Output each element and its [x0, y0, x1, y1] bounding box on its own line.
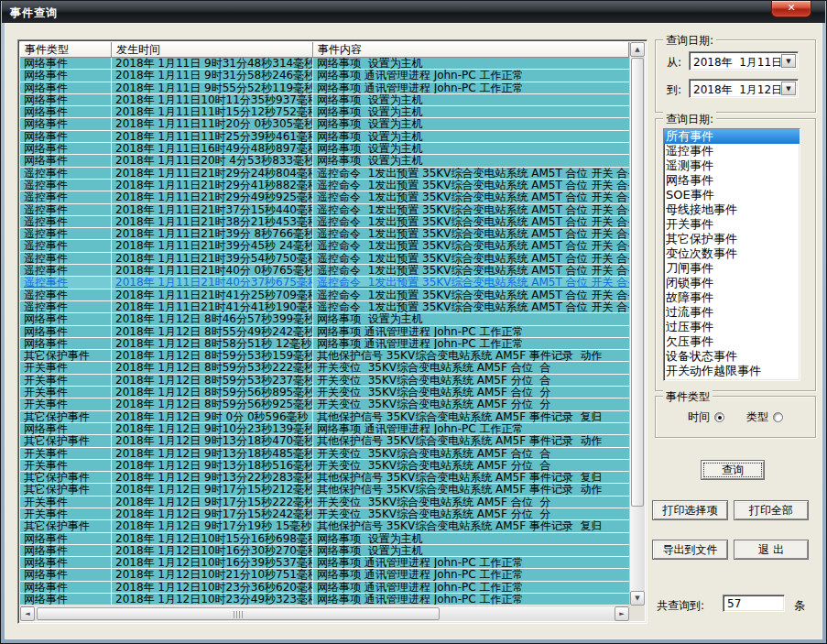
table-row[interactable]: 遥控事件2018年 1月11日21时40分37秒675毫秒遥控命令 1发出预置 … [20, 277, 629, 289]
event-type-item[interactable]: 设备状态事件 [664, 349, 800, 364]
cell-content: 其他保护信号 35KV综合变电站系统 AM5F 事件记录 动作 [313, 484, 629, 495]
query-button[interactable]: 查询 [701, 460, 765, 480]
table-row[interactable]: 遥控事件2018年 1月11日21时29分24秒804毫秒遥控命令 1发出预置 … [20, 168, 629, 180]
table-row[interactable]: 网络事件2018年 1月12日 8时55分49秒242毫秒网络事项 通讯管理进程… [20, 326, 629, 338]
table-row[interactable]: 网络事件2018年 1月12日 8时58分51秒 12毫秒网络事项 通讯管理进程… [20, 338, 629, 350]
event-type-item[interactable]: 母线接地事件 [664, 202, 800, 217]
table-row[interactable]: 开关事件2018年 1月12日 9时17分15秒242毫秒开关变位 35KV综合… [20, 508, 629, 520]
table-row[interactable]: 网络事件2018年 1月11日11时25分39秒461毫秒网络事项 设置为主机 [20, 131, 629, 143]
event-type-item[interactable]: SOE事件 [664, 188, 800, 202]
scroll-right-button[interactable]: ► [615, 606, 629, 621]
table-row[interactable]: 网络事件2018年 1月12日10时16分30秒270毫秒网络事项 设置为主机 [20, 545, 629, 557]
table-row[interactable]: 开关事件2018年 1月12日 8时59分53秒237毫秒开关变位 35KV综合… [20, 375, 629, 387]
table-row[interactable]: 网络事件2018年 1月12日10时15分16秒698毫秒网络事项 设置为主机 [20, 533, 629, 545]
table-row[interactable]: 网络事件2018年 1月12日10时16分39秒537毫秒网络事项 通讯管理进程… [20, 557, 629, 569]
horizontal-scrollbar[interactable]: ◄ ► [20, 606, 629, 621]
table-row[interactable]: 网络事件2018年 1月11日 9时31分48秒314毫秒网络事项 设置为主机 [20, 58, 629, 70]
cell-time: 2018年 1月11日21时29分41秒882毫秒 [112, 180, 313, 191]
horizontal-scroll-thumb[interactable] [37, 607, 440, 620]
column-header-time[interactable]: 发生时间 [112, 42, 313, 58]
table-row[interactable]: 网络事件2018年 1月11日11时20分 0秒305毫秒网络事项 设置为主机 [20, 118, 629, 130]
table-row[interactable]: 网络事件2018年 1月12日10时23分36秒620毫秒网络事项 通讯管理进程… [20, 582, 629, 594]
table-row[interactable]: 遥控事件2018年 1月11日21时39分54秒750毫秒遥控命令 1发出预置 … [20, 253, 629, 265]
table-row[interactable]: 遥控事件2018年 1月11日21时29分41秒882毫秒遥控命令 1发出预置 … [20, 180, 629, 191]
table-row[interactable]: 网络事件2018年 1月11日20时 4分53秒833毫秒网络事项 设置为主机 [20, 155, 629, 167]
title-bar[interactable]: 事件查询 ✕ [2, 1, 825, 23]
table-row[interactable]: 开关事件2018年 1月12日 9时13分18秒516毫秒开关变位 35KV综合… [20, 460, 629, 472]
table-row[interactable]: 网络事件2018年 1月12日 9时10分23秒139毫秒网络事项 通讯管理进程… [20, 423, 629, 435]
table-row[interactable]: 其它保护事件2018年 1月12日 9时17分19秒 15毫秒其他保护信号 35… [20, 520, 629, 532]
cell-time: 2018年 1月12日 9时 0分 0秒596毫秒 [112, 411, 313, 422]
table-row[interactable]: 网络事件2018年 1月12日10时21分10秒751毫秒网络事项 通讯管理进程… [20, 569, 629, 581]
exit-button[interactable]: 退 出 [734, 540, 809, 560]
column-header-type[interactable]: 事件类型 [20, 42, 112, 58]
event-type-item[interactable]: 过压事件 [664, 320, 800, 334]
event-filter-group-label: 查询日期: [663, 112, 716, 127]
vertical-scroll-thumb[interactable] [631, 58, 644, 507]
print-all-button[interactable]: 打印全部 [734, 500, 809, 520]
cell-time: 2018年 1月12日 9时17分15秒242毫秒 [112, 508, 313, 519]
event-type-item[interactable]: 所有事件 [664, 129, 800, 144]
table-row[interactable]: 遥控事件2018年 1月11日21时37分15秒440毫秒遥控命令 1发出预置 … [20, 204, 629, 216]
event-type-item[interactable]: 变位次数事件 [664, 246, 800, 261]
radio-type-button[interactable] [773, 412, 783, 422]
table-row[interactable]: 网络事件2018年 1月11日16时49分48秒897毫秒网络事项 设置为主机 [20, 143, 629, 155]
radio-option-type[interactable]: 类型 [746, 409, 783, 425]
table-row[interactable]: 其它保护事件2018年 1月12日 8时59分53秒159毫秒其他保护信号 35… [20, 350, 629, 362]
close-button[interactable]: ✕ [771, 1, 811, 17]
table-row[interactable]: 遥控事件2018年 1月11日21时41分41秒190毫秒遥控命令 1发出预置 … [20, 301, 629, 313]
vertical-scrollbar[interactable]: ▲ ▼ [629, 42, 645, 606]
event-type-item[interactable]: 开关事件 [664, 217, 800, 232]
event-query-window: 事件查询 ✕ 事件类型 发生时间 事件内容 网络事件2018年 1月11日 9时… [0, 0, 827, 644]
table-row[interactable]: 其它保护事件2018年 1月12日 9时13分22秒283毫秒其他保护信号 35… [20, 472, 629, 484]
event-type-item[interactable]: 遥控事件 [664, 144, 800, 158]
table-row[interactable]: 其它保护事件2018年 1月12日 9时13分18秒470毫秒其他保护信号 35… [20, 435, 629, 447]
event-type-item[interactable]: 网络事件 [664, 173, 800, 188]
event-type-item[interactable]: 故障事件 [664, 290, 800, 305]
cell-type: 其它保护事件 [20, 520, 112, 531]
scroll-left-button[interactable]: ◄ [20, 606, 35, 621]
table-row[interactable]: 开关事件2018年 1月12日 9时17分15秒222毫秒开关变位 35KV综合… [20, 497, 629, 508]
from-date-dropdown-button[interactable]: ▼ [781, 54, 796, 68]
print-selected-button[interactable]: 打印选择项 [652, 500, 728, 520]
to-date-dropdown-button[interactable]: ▼ [781, 82, 796, 95]
event-type-item[interactable]: 过流事件 [664, 305, 800, 320]
event-type-item[interactable]: 开关动作越限事件 [664, 364, 800, 378]
export-button[interactable]: 导出到文件 [652, 540, 728, 560]
to-date-dropdown[interactable]: 2018年 1月12日 ▼ [689, 79, 799, 98]
event-type-item[interactable]: 欠压事件 [664, 334, 800, 349]
radio-option-time[interactable]: 时间 [688, 409, 724, 425]
cell-type: 网络事件 [20, 82, 112, 93]
event-type-item[interactable]: 闭锁事件 [664, 276, 800, 290]
from-date-dropdown[interactable]: 2018年 1月11日 ▼ [689, 51, 799, 71]
column-header-content[interactable]: 事件内容 [313, 42, 629, 58]
cell-content: 网络事项 通讯管理进程 John-PC 工作正常 [313, 582, 629, 593]
table-row[interactable]: 网络事件2018年 1月11日10时11分35秒937毫秒网络事项 设置为主机 [20, 94, 629, 106]
table-row[interactable]: 网络事件2018年 1月12日 8时46分57秒399毫秒网络事项 设置为主机 [20, 313, 629, 325]
table-row[interactable]: 遥控事件2018年 1月11日21时39分 8秒766毫秒遥控命令 1发出预置 … [20, 228, 629, 240]
table-row[interactable]: 其它保护事件2018年 1月12日 9时17分15秒212毫秒其他保护信号 35… [20, 484, 629, 496]
table-row[interactable]: 开关事件2018年 1月12日 8时59分53秒222毫秒开关变位 35KV综合… [20, 362, 629, 374]
table-row[interactable]: 其它保护事件2018年 1月12日 9时 0分 0秒596毫秒其他保护信号 35… [20, 411, 629, 423]
result-count-field[interactable]: 57 [723, 595, 785, 612]
scroll-up-button[interactable]: ▲ [630, 42, 645, 57]
event-type-item[interactable]: 其它保护事件 [664, 232, 800, 246]
event-type-item[interactable]: 刀闸事件 [664, 261, 800, 276]
scroll-down-button[interactable]: ▼ [630, 591, 645, 606]
table-row[interactable]: 遥控事件2018年 1月11日21时38分21秒453毫秒遥控命令 1发出预置 … [20, 216, 629, 228]
table-row[interactable]: 开关事件2018年 1月12日 8时59分56秒925毫秒开关变位 35KV综合… [20, 398, 629, 410]
table-row[interactable]: 网络事件2018年 1月12日10时23分49秒323毫秒网络事项 通讯管理进程… [20, 594, 629, 606]
table-row[interactable]: 遥控事件2018年 1月11日21时29分49秒925毫秒遥控命令 1发出预置 … [20, 191, 629, 203]
table-row[interactable]: 网络事件2018年 1月11日 9时31分58秒246毫秒网络事项 通讯管理进程… [20, 70, 629, 82]
table-row[interactable]: 网络事件2018年 1月11日11时15分12秒752毫秒网络事项 设置为主机 [20, 106, 629, 118]
table-row[interactable]: 网络事件2018年 1月11日 9时55分52秒119毫秒网络事项 通讯管理进程… [20, 82, 629, 94]
table-row[interactable]: 开关事件2018年 1月12日 8时59分56秒895毫秒开关变位 35KV综合… [20, 387, 629, 398]
table-row[interactable]: 遥控事件2018年 1月11日21时41分25秒709毫秒遥控命令 1发出预置 … [20, 289, 629, 301]
cell-type: 遥控事件 [20, 180, 112, 191]
event-type-item[interactable]: 遥测事件 [664, 158, 800, 173]
table-row[interactable]: 开关事件2018年 1月12日 9时13分18秒485毫秒开关变位 35KV综合… [20, 448, 629, 460]
radio-time-button[interactable] [714, 412, 724, 422]
event-type-listbox[interactable]: 所有事件遥控事件遥测事件网络事件SOE事件母线接地事件开关事件其它保护事件变位次… [663, 128, 800, 381]
table-row[interactable]: 遥控事件2018年 1月11日21时39分45秒 24毫秒遥控命令 1发出预置 … [20, 240, 629, 252]
table-row[interactable]: 遥控事件2018年 1月11日21时40分 0秒765毫秒遥控命令 1发出预置 … [20, 265, 629, 277]
